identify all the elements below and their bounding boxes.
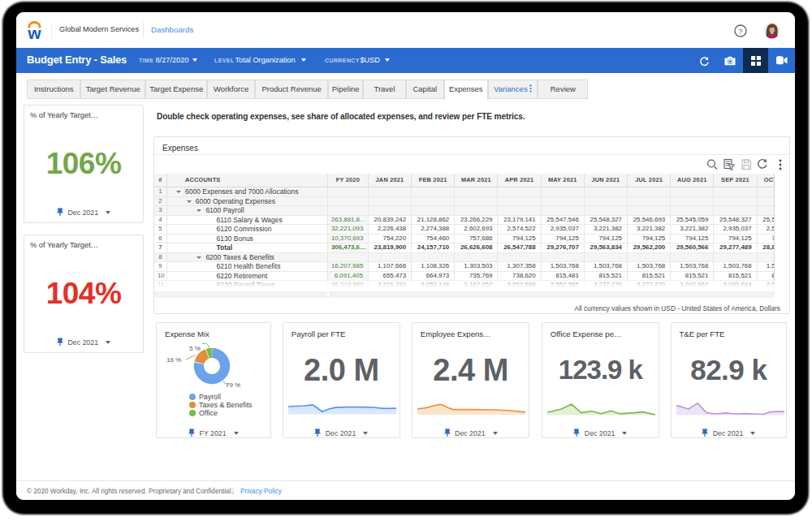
svg-text:w: w [28,24,41,41]
svg-text:?: ? [738,27,742,36]
